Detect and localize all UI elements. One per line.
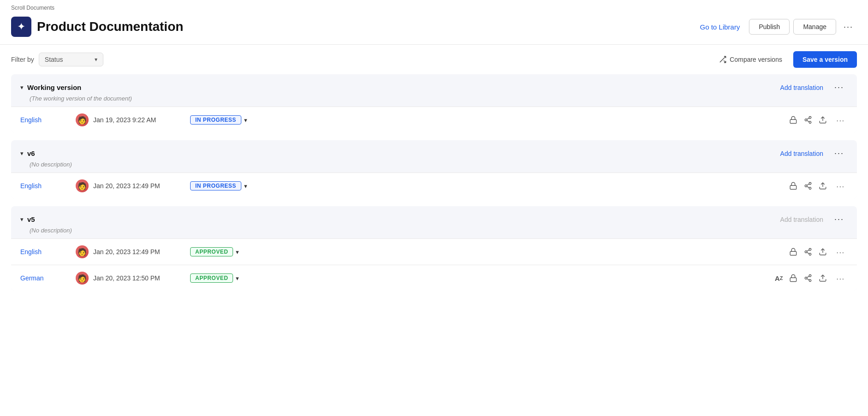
svg-point-18 — [805, 251, 808, 253]
upload-icon[interactable] — [819, 248, 827, 256]
svg-line-7 — [807, 118, 809, 119]
version-group-v6: ▾ v6 Add translation ··· (No description… — [11, 140, 857, 199]
doc-status-area: APPROVED ▾ — [190, 273, 775, 283]
status-chevron-icon[interactable]: ▾ — [244, 183, 247, 190]
svg-point-4 — [805, 119, 808, 121]
version-header-working: ▾ Working version Add translation ··· — [11, 74, 857, 94]
version-group-working: ▾ Working version Add translation ··· (T… — [11, 74, 857, 133]
table-row: English 🧑 Jan 20, 2023 12:49 PM APPROVED… — [11, 238, 857, 265]
lock-icon[interactable] — [789, 182, 797, 190]
svg-line-1 — [724, 60, 726, 63]
doc-status-area: IN PROGRESS ▾ — [190, 115, 789, 125]
doc-date: Jan 20, 2023 12:50 PM — [93, 274, 181, 282]
version-more-button-working[interactable]: ··· — [831, 81, 848, 94]
share-icon[interactable] — [804, 274, 812, 282]
share-icon[interactable] — [804, 116, 812, 124]
lock-icon[interactable] — [789, 248, 797, 256]
share-icon[interactable] — [804, 182, 812, 190]
toolbar-right: Compare versions Save a version — [713, 51, 857, 68]
svg-point-5 — [809, 121, 812, 124]
versions-list: ▾ Working version Add translation ··· (T… — [0, 74, 868, 291]
page-title: Product Documentation — [37, 19, 183, 34]
status-badge: IN PROGRESS — [190, 181, 241, 190]
status-badge: IN PROGRESS — [190, 115, 241, 125]
filter-status-value: Status — [45, 56, 91, 63]
compare-icon — [718, 55, 727, 64]
version-name-working: Working version — [27, 83, 81, 91]
header-more-button[interactable]: ··· — [840, 20, 857, 34]
svg-line-28 — [807, 276, 809, 278]
add-translation-button-v5: Add translation — [777, 214, 827, 225]
lock-icon[interactable] — [789, 274, 797, 282]
upload-icon[interactable] — [819, 116, 827, 124]
version-name-v6: v6 — [27, 149, 35, 157]
upload-icon[interactable] — [819, 182, 827, 190]
table-row: German 🧑 Jan 20, 2023 12:50 PM APPROVED … — [11, 265, 857, 291]
lock-icon[interactable] — [789, 116, 797, 124]
filter-label: Filter by — [11, 56, 34, 63]
version-header-right-working: Add translation ··· — [777, 81, 848, 94]
doc-date: Jan 19, 2023 9:22 AM — [93, 116, 181, 124]
header-left: ✦ Product Documentation — [11, 17, 183, 37]
status-chevron-icon[interactable]: ▾ — [244, 117, 247, 124]
avatar: 🧑 — [76, 113, 89, 126]
doc-date: Jan 20, 2023 12:49 PM — [93, 182, 181, 190]
app-logo: ✦ — [11, 17, 31, 37]
version-desc-working: (The working version of the document) — [11, 94, 857, 107]
collapse-chevron-icon[interactable]: ▾ — [20, 84, 24, 91]
page-header: ✦ Product Documentation Go to Library Pu… — [0, 11, 868, 45]
language-link[interactable]: English — [20, 116, 76, 124]
save-version-button[interactable]: Save a version — [793, 51, 857, 68]
version-more-button-v5[interactable]: ··· — [831, 213, 848, 226]
language-link[interactable]: English — [20, 248, 76, 256]
version-header-left-v6: ▾ v6 — [20, 149, 35, 157]
doc-row-actions: ··· — [789, 247, 848, 257]
doc-more-button[interactable]: ··· — [833, 273, 848, 283]
status-chevron-icon[interactable]: ▾ — [236, 275, 239, 282]
version-header-v6: ▾ v6 Add translation ··· — [11, 140, 857, 160]
status-filter-dropdown[interactable]: Status ▾ — [39, 53, 103, 66]
svg-point-10 — [809, 183, 812, 185]
translate-icon[interactable]: AZ — [775, 274, 783, 282]
status-chevron-icon[interactable]: ▾ — [236, 249, 239, 256]
collapse-chevron-icon[interactable]: ▾ — [20, 216, 24, 223]
svg-point-24 — [809, 275, 812, 277]
go-to-library-button[interactable]: Go to Library — [694, 19, 746, 35]
add-translation-button-v6[interactable]: Add translation — [777, 148, 827, 159]
svg-line-27 — [807, 279, 809, 280]
svg-point-17 — [809, 249, 812, 251]
svg-point-12 — [809, 187, 812, 190]
doc-row-actions: AZ ··· — [775, 273, 848, 283]
svg-point-26 — [809, 279, 812, 282]
doc-more-button[interactable]: ··· — [833, 181, 848, 191]
version-more-button-v6[interactable]: ··· — [831, 147, 848, 160]
doc-status-area: APPROVED ▾ — [190, 247, 789, 256]
collapse-chevron-icon[interactable]: ▾ — [20, 150, 24, 157]
version-name-v5: v5 — [27, 215, 35, 223]
toolbar: Filter by Status ▾ Compare versions Save… — [0, 45, 868, 74]
version-header-right-v5: Add translation ··· — [777, 213, 848, 226]
status-badge: APPROVED — [190, 247, 233, 256]
share-icon[interactable] — [804, 248, 812, 256]
doc-more-button[interactable]: ··· — [833, 247, 848, 257]
avatar: 🧑 — [76, 245, 89, 258]
manage-button[interactable]: Manage — [793, 19, 836, 35]
doc-date: Jan 20, 2023 12:49 PM — [93, 248, 181, 256]
language-link[interactable]: English — [20, 182, 76, 190]
version-group-v5: ▾ v5 Add translation ··· (No description… — [11, 206, 857, 291]
add-translation-button-working[interactable]: Add translation — [777, 82, 827, 93]
svg-rect-9 — [790, 185, 797, 189]
avatar: 🧑 — [76, 179, 89, 192]
publish-button[interactable]: Publish — [749, 19, 790, 35]
svg-line-13 — [807, 186, 809, 188]
version-header-v5: ▾ v5 Add translation ··· — [11, 206, 857, 226]
language-link[interactable]: German — [20, 274, 76, 282]
version-desc-v5: (No description) — [11, 226, 857, 238]
doc-more-button[interactable]: ··· — [833, 115, 848, 125]
status-badge: APPROVED — [190, 273, 233, 283]
svg-rect-2 — [790, 119, 797, 123]
svg-point-19 — [809, 253, 812, 256]
compare-versions-button[interactable]: Compare versions — [713, 52, 788, 67]
upload-icon[interactable] — [819, 274, 827, 282]
svg-line-20 — [807, 252, 809, 254]
